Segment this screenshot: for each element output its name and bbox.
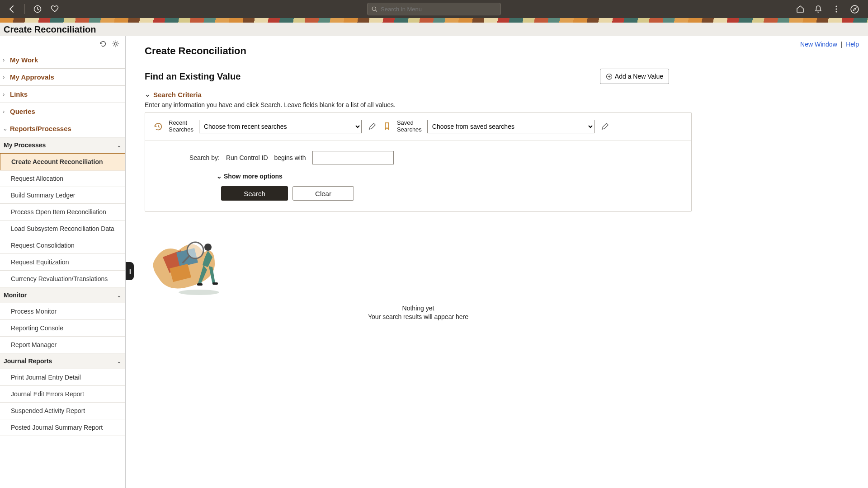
nav-section-queries[interactable]: ›Queries xyxy=(0,103,125,120)
svg-point-4 xyxy=(835,11,837,12)
edit-saved-icon[interactable] xyxy=(600,122,610,131)
nav-section-my-work[interactable]: ›My Work xyxy=(0,52,125,69)
group-monitor[interactable]: Monitor⌄ xyxy=(0,287,125,303)
back-icon[interactable] xyxy=(5,3,18,15)
chevron-down-icon: ⌄ xyxy=(117,142,122,149)
empty-illustration xyxy=(145,225,692,298)
nav-item-build-summary-ledger[interactable]: Build Summary Ledger xyxy=(0,187,125,204)
saved-searches-label: Saved Searches xyxy=(397,120,422,133)
group-my-processes[interactable]: My Processes⌄ xyxy=(0,137,125,153)
global-header xyxy=(0,0,868,18)
nav-section-links[interactable]: ›Links xyxy=(0,86,125,103)
group-journal-reports[interactable]: Journal Reports⌄ xyxy=(0,353,125,369)
add-new-value-button[interactable]: Add a New Value xyxy=(600,69,669,84)
search-button[interactable]: Search xyxy=(221,186,288,201)
recent-icon[interactable] xyxy=(31,3,44,15)
nav-item-create-account-reconciliation[interactable]: Create Account Reconciliation xyxy=(0,153,125,170)
separator xyxy=(24,4,25,14)
nav-item-request-equitization[interactable]: Request Equitization xyxy=(0,254,125,271)
search-icon xyxy=(371,6,378,13)
empty-state: Nothing yet Your search results will app… xyxy=(145,225,692,320)
menu-search[interactable] xyxy=(367,3,501,15)
nav-item-suspended-activity-report[interactable]: Suspended Activity Report xyxy=(0,403,125,419)
svg-point-6 xyxy=(114,42,117,45)
notifications-icon[interactable] xyxy=(812,3,825,15)
help-link[interactable]: Help xyxy=(846,41,859,48)
favorite-icon[interactable] xyxy=(48,3,61,15)
search-value-input[interactable] xyxy=(312,151,394,164)
saved-searches-select[interactable]: Choose from saved searches xyxy=(427,120,594,133)
home-icon[interactable] xyxy=(794,3,807,15)
main-content: New Window | Help Create Reconciliation … xyxy=(126,36,868,488)
chevron-down-icon: ⌄ xyxy=(145,90,151,99)
gear-icon[interactable] xyxy=(111,39,121,49)
page-title: Create Reconciliation xyxy=(4,24,96,35)
svg-point-5 xyxy=(851,5,859,13)
nav-item-posted-journal-summary-report[interactable]: Posted Journal Summary Report xyxy=(0,419,125,436)
chevron-down-icon: ⌄ xyxy=(117,292,122,299)
nav-item-request-allocation[interactable]: Request Allocation xyxy=(0,170,125,187)
page-title-bar: Create Reconciliation xyxy=(0,23,868,36)
svg-rect-11 xyxy=(212,282,218,285)
page-top-links: New Window | Help xyxy=(800,41,859,48)
svg-point-2 xyxy=(835,5,837,7)
left-nav: ›My Work ›My Approvals ›Links ›Queries ⌄… xyxy=(0,36,126,488)
nav-item-journal-edit-errors-report[interactable]: Journal Edit Errors Report xyxy=(0,386,125,403)
clear-button[interactable]: Clear xyxy=(292,186,354,201)
sidebar-collapse-handle[interactable]: || xyxy=(126,262,134,280)
brand-ribbon xyxy=(0,18,868,23)
empty-title: Nothing yet xyxy=(145,304,692,313)
empty-subtitle: Your search results will appear here xyxy=(145,313,692,320)
recent-searches-select[interactable]: Choose from recent searches xyxy=(199,120,362,133)
nav-section-reports-processes[interactable]: ⌄Reports/Processes xyxy=(0,120,125,137)
nav-item-load-subsystem-reconciliation-data[interactable]: Load Subsystem Reconciliation Data xyxy=(0,221,125,237)
compass-icon[interactable] xyxy=(848,3,861,15)
svg-point-3 xyxy=(835,8,837,9)
search-criteria-toggle[interactable]: ⌄ Search Criteria xyxy=(145,90,849,99)
actions-icon[interactable] xyxy=(830,3,843,15)
plus-circle-icon xyxy=(606,73,613,80)
menu-search-input[interactable] xyxy=(381,6,497,13)
recent-searches-label: Recent Searches xyxy=(169,120,193,133)
content-heading: Create Reconciliation xyxy=(145,45,849,57)
search-field-name: Run Control ID xyxy=(226,154,268,161)
chevron-down-icon: ⌄ xyxy=(117,358,122,365)
nav-item-reporting-console[interactable]: Reporting Console xyxy=(0,320,125,337)
refresh-icon[interactable] xyxy=(98,39,108,49)
search-by-label: Search by: xyxy=(189,154,220,161)
search-criteria-hint: Enter any information you have and click… xyxy=(145,101,849,108)
svg-rect-10 xyxy=(197,283,203,286)
nav-item-process-monitor[interactable]: Process Monitor xyxy=(0,303,125,320)
nav-section-my-approvals[interactable]: ›My Approvals xyxy=(0,69,125,86)
nav-item-request-consolidation[interactable]: Request Consolidation xyxy=(0,237,125,254)
bookmark-icon xyxy=(382,122,392,131)
svg-point-1 xyxy=(372,7,376,10)
find-existing-heading: Find an Existing Value xyxy=(145,71,241,82)
nav-item-currency-revaluation-translations[interactable]: Currency Revaluation/Translations xyxy=(0,271,125,287)
svg-point-9 xyxy=(204,244,212,251)
chevron-down-icon: ⌄ xyxy=(217,173,222,180)
nav-item-report-manager[interactable]: Report Manager xyxy=(0,337,125,353)
history-icon xyxy=(153,122,163,131)
chevron-down-icon: ⌄ xyxy=(3,125,8,132)
nav-item-process-open-item-reconciliation[interactable]: Process Open Item Reconciliation xyxy=(0,204,125,221)
svg-point-8 xyxy=(179,290,219,295)
nav-item-print-journal-entry-detail[interactable]: Print Journal Entry Detail xyxy=(0,369,125,386)
edit-recent-icon[interactable] xyxy=(367,122,377,131)
search-criteria-box: Recent Searches Choose from recent searc… xyxy=(145,112,692,212)
show-more-options-toggle[interactable]: ⌄ Show more options xyxy=(217,173,683,180)
search-operator: begins with xyxy=(274,154,306,161)
new-window-link[interactable]: New Window xyxy=(800,41,837,48)
